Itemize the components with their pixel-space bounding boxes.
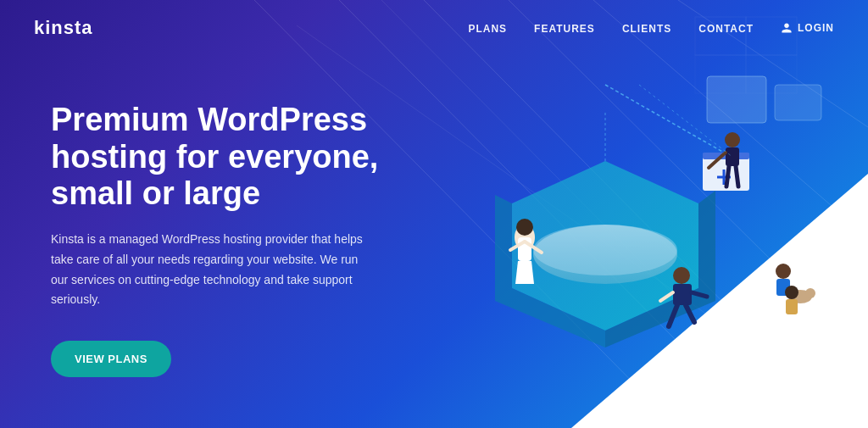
nav-item-clients[interactable]: CLIENTS bbox=[622, 20, 671, 36]
svg-point-16 bbox=[533, 225, 677, 275]
svg-point-33 bbox=[725, 132, 740, 147]
nav-item-plans[interactable]: PLANS bbox=[468, 20, 507, 36]
svg-rect-48 bbox=[775, 85, 821, 120]
svg-point-19 bbox=[516, 219, 533, 236]
nav-link-contact[interactable]: CONTACT bbox=[698, 23, 754, 35]
svg-line-44 bbox=[605, 85, 724, 153]
svg-point-41 bbox=[805, 288, 815, 298]
svg-point-42 bbox=[785, 286, 798, 299]
person-icon bbox=[781, 22, 793, 34]
svg-line-35 bbox=[726, 166, 729, 186]
nav-links: PLANS FEATURES CLIENTS CONTACT LOGIN bbox=[468, 20, 834, 36]
svg-rect-24 bbox=[673, 284, 692, 305]
hero-description: Kinsta is a managed WordPress hosting pr… bbox=[51, 230, 373, 310]
nav-item-features[interactable]: FEATURES bbox=[534, 20, 595, 36]
logo-text: kinsta bbox=[34, 17, 93, 39]
nav-link-features[interactable]: FEATURES bbox=[534, 23, 595, 35]
svg-rect-43 bbox=[786, 299, 798, 314]
hero-section: kinsta PLANS FEATURES CLIENTS CONTACT LO… bbox=[0, 0, 868, 428]
svg-rect-47 bbox=[707, 76, 766, 123]
hero-illustration bbox=[368, 42, 843, 407]
login-label: LOGIN bbox=[798, 22, 834, 34]
nav-link-clients[interactable]: CLIENTS bbox=[622, 23, 671, 35]
svg-point-23 bbox=[673, 267, 690, 284]
navbar: kinsta PLANS FEATURES CLIENTS CONTACT LO… bbox=[0, 0, 868, 56]
view-plans-button[interactable]: VIEW PLANS bbox=[51, 341, 171, 377]
nav-link-plans[interactable]: PLANS bbox=[468, 23, 507, 35]
nav-item-contact[interactable]: CONTACT bbox=[698, 20, 754, 36]
svg-point-38 bbox=[776, 264, 791, 279]
svg-marker-22 bbox=[515, 261, 534, 284]
illustration-svg bbox=[368, 42, 843, 407]
logo[interactable]: kinsta bbox=[34, 17, 93, 39]
nav-item-login[interactable]: LOGIN bbox=[781, 22, 834, 34]
svg-line-36 bbox=[736, 166, 738, 186]
nav-link-login[interactable]: LOGIN bbox=[781, 22, 834, 34]
